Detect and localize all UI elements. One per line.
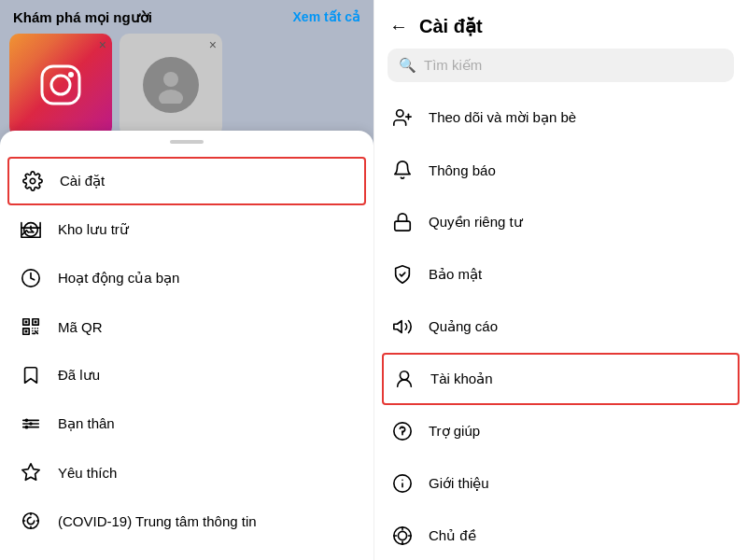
menu-sheet: Cài đặt Kho lưu trữ	[0, 131, 374, 560]
svg-point-45	[398, 531, 406, 539]
shield-icon	[389, 261, 416, 287]
close-friends-icon	[19, 412, 43, 436]
svg-rect-37	[395, 221, 411, 231]
settings-item-chu-de[interactable]: Chủ đề	[374, 510, 747, 560]
menu-item-cai-dat[interactable]: Cài đặt	[7, 157, 366, 205]
svg-point-2	[68, 72, 74, 77]
svg-rect-14	[25, 330, 28, 333]
search-placeholder: Tìm kiếm	[424, 57, 482, 74]
settings-item-quyen-rieng-tu[interactable]: Quyền riêng tư	[374, 196, 747, 248]
settings-header: ← Cài đặt	[374, 0, 747, 49]
instagram-logo-icon	[37, 62, 84, 108]
ad-icon	[389, 314, 416, 340]
settings-label-quang-cao: Quảng cáo	[429, 318, 498, 335]
settings-item-quang-cao[interactable]: Quảng cáo	[374, 301, 747, 353]
settings-label-thong-bao: Thông báo	[429, 162, 496, 178]
menu-label-hoat-dong: Hoạt động của bạn	[58, 270, 179, 287]
settings-title: Cài đặt	[419, 15, 483, 37]
settings-label-gioi-thieu: Giới thiệu	[429, 475, 489, 492]
explore-header: Khám phá mọi người Xem tất cả	[0, 9, 374, 26]
menu-label-cai-dat: Cài đặt	[60, 173, 105, 189]
settings-item-tai-khoan[interactable]: Tài khoản	[382, 353, 740, 405]
svg-point-27	[25, 426, 29, 429]
svg-point-25	[25, 419, 29, 423]
menu-label-ban-than: Bạn thân	[58, 415, 115, 432]
menu-item-da-luu[interactable]: Đã lưu	[0, 351, 374, 399]
search-icon: 🔍	[399, 57, 416, 74]
search-bar[interactable]: 🔍 Tìm kiếm	[388, 49, 734, 82]
menu-item-ma-qr[interactable]: Mã QR	[0, 302, 374, 351]
settings-label-chu-de: Chủ đề	[429, 527, 476, 544]
left-panel: Khám phá mọi người Xem tất cả × ×	[0, 0, 374, 560]
theme-icon	[389, 523, 416, 549]
covid-icon	[19, 509, 43, 533]
svg-point-3	[163, 72, 178, 87]
archive-icon	[19, 217, 43, 242]
qr-icon	[19, 315, 43, 339]
svg-point-39	[400, 371, 408, 380]
svg-point-1	[51, 76, 70, 94]
settings-label-tai-khoan: Tài khoản	[430, 371, 493, 387]
account-icon	[391, 366, 417, 392]
explore-card-instagram[interactable]: ×	[9, 34, 112, 136]
follow-icon	[389, 105, 416, 131]
menu-label-kho-luu-tru: Kho lưu trữ	[58, 221, 129, 238]
back-button[interactable]: ←	[389, 16, 408, 37]
settings-label-tro-giup: Trợ giúp	[429, 423, 480, 440]
explore-background: Khám phá mọi người Xem tất cả × ×	[0, 0, 374, 149]
avatar-icon	[152, 66, 190, 104]
menu-label-ma-qr: Mã QR	[58, 319, 103, 335]
explore-link[interactable]: Xem tất cả	[293, 9, 360, 26]
menu-label-covid: (COVID-19) Trung tâm thông tin	[58, 513, 257, 529]
settings-label-bao-mat: Bảo mật	[429, 266, 482, 283]
sheet-handle	[170, 140, 204, 144]
bell-icon	[389, 157, 416, 183]
activity-icon	[19, 266, 43, 290]
right-panel: ← Cài đặt 🔍 Tìm kiếm Theo dõi và mời bạn…	[374, 0, 747, 560]
settings-item-thong-bao[interactable]: Thông báo	[374, 144, 747, 196]
settings-label-quyen-rieng-tu: Quyền riêng tư	[429, 214, 523, 231]
bookmark-icon	[19, 363, 43, 387]
gear-icon	[21, 169, 45, 193]
svg-marker-28	[22, 464, 39, 480]
settings-label-theo-doi: Theo dõi và mời bạn bè	[429, 109, 576, 126]
svg-point-26	[29, 422, 33, 426]
star-icon	[19, 460, 43, 484]
svg-marker-38	[394, 321, 402, 333]
menu-item-ban-than[interactable]: Bạn thân	[0, 399, 374, 448]
svg-rect-0	[42, 66, 79, 104]
settings-item-theo-doi[interactable]: Theo dõi và mời bạn bè	[374, 91, 747, 144]
close-icon[interactable]: ×	[99, 37, 106, 52]
menu-label-da-luu: Đã lưu	[58, 367, 100, 384]
close-icon-2[interactable]: ×	[209, 37, 217, 52]
menu-label-yeu-thich: Yêu thích	[58, 465, 117, 481]
menu-item-hoat-dong[interactable]: Hoạt động của bạn	[0, 254, 374, 302]
svg-rect-13	[35, 321, 37, 324]
svg-rect-12	[25, 321, 28, 324]
menu-item-yeu-thich[interactable]: Yêu thích	[0, 448, 374, 497]
settings-item-bao-mat[interactable]: Bảo mật	[374, 248, 747, 301]
lock-icon	[389, 209, 416, 235]
person-avatar	[143, 57, 199, 113]
info-icon	[389, 470, 416, 497]
svg-point-5	[30, 178, 35, 184]
menu-item-covid[interactable]: (COVID-19) Trung tâm thông tin	[0, 497, 374, 545]
svg-point-4	[159, 90, 183, 104]
settings-item-tro-giup[interactable]: Trợ giúp	[374, 405, 747, 457]
explore-title: Khám phá mọi người	[13, 9, 152, 26]
explore-card-person[interactable]: ×	[120, 34, 222, 136]
help-icon	[389, 418, 416, 444]
menu-item-kho-luu-tru[interactable]: Kho lưu trữ	[0, 205, 374, 254]
svg-point-34	[397, 110, 403, 117]
settings-item-gioi-thieu[interactable]: Giới thiệu	[374, 457, 747, 510]
